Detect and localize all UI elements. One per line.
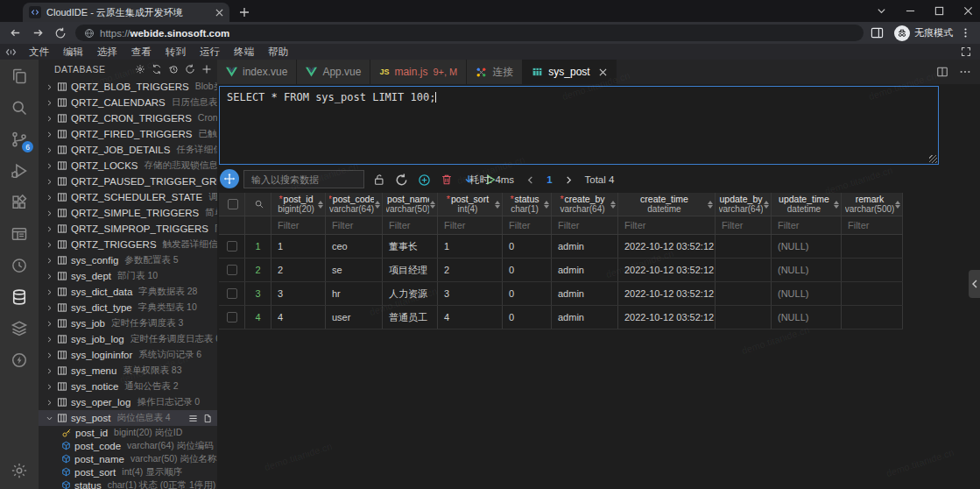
right-panel-expander[interactable] [969,270,980,298]
row-checkbox[interactable] [219,306,245,329]
column-header-post_code[interactable]: *post_codevarchar(64) [326,193,383,216]
cell-remark[interactable] [842,259,903,281]
drag-move-button[interactable] [220,169,239,188]
refresh-data-icon[interactable] [395,174,408,187]
fullscreen-icon[interactable] [961,46,971,57]
split-editor-icon[interactable] [936,66,948,78]
tree-table-sys_dict_data[interactable]: sys_dict_data字典数据表 28 [39,284,217,300]
browser-menu-kebab-icon[interactable] [960,27,971,39]
settings-gear-icon[interactable] [0,455,39,485]
cell-post_id[interactable]: 3 [271,282,326,305]
cell-post_id[interactable]: 1 [271,235,326,258]
tree-table-sys_job[interactable]: sys_job定时任务调度表 3 [39,315,217,331]
source-control-icon[interactable]: 6 [0,124,39,154]
cell-remark[interactable] [842,306,903,329]
tree-table-QRTZ_SIMPLE_TRIGGERS[interactable]: QRTZ_SIMPLE_TRIGGERS简单触发... [39,205,217,221]
table-row[interactable]: 11ceo董事长10admin2022-10-12 03:52:12(NULL) [219,235,903,259]
task-clock-icon[interactable] [0,250,39,280]
tree-table-sys_oper_log[interactable]: sys_oper_log操作日志记录 0 [39,394,217,410]
forward-icon[interactable] [30,25,46,41]
browser-tab-close-icon[interactable] [215,9,223,17]
select-all-checkbox[interactable] [219,193,245,216]
editor-tab-sys_post[interactable]: sys_post [523,60,616,84]
sort-icon[interactable] [895,201,900,209]
cell-create_time[interactable]: 2022-10-12 03:52:12 [618,259,716,281]
cell-post_code[interactable]: hr [326,282,383,305]
cell-post_code[interactable]: se [326,259,383,281]
column-header-create_by[interactable]: *create_byvarchar(64) [552,193,618,216]
sort-icon[interactable] [318,201,323,209]
tree-table-sys_job_log[interactable]: sys_job_log定时任务调度日志表 0 [39,331,217,347]
extensions-icon[interactable] [0,187,39,217]
menu-item-1[interactable]: 编辑 [56,46,90,59]
db-add-icon[interactable] [201,64,212,74]
tree-table-QRTZ_CRON_TRIGGERS[interactable]: QRTZ_CRON_TRIGGERSCron类型... [39,110,217,126]
column-header-update_by[interactable]: update_byvarchar(64) [716,193,772,216]
editor-tab-main.js[interactable]: JSmain.js9+, M [370,60,467,84]
sort-icon[interactable] [834,201,839,209]
site-info-globe-icon[interactable] [84,28,95,39]
cell-create_time[interactable]: 2022-10-12 03:52:12 [618,306,716,329]
menu-item-7[interactable]: 帮助 [261,46,295,59]
filter-input-remark[interactable]: Filter [842,216,903,234]
tree-column-post_sort[interactable]: post_sortint(4) 显示顺序 [39,465,217,478]
filter-input-post_sort[interactable]: Filter [438,216,503,234]
sort-icon[interactable] [430,201,435,209]
cell-update_time[interactable]: (NULL) [772,259,842,281]
column-header-remark[interactable]: remarkvarchar(500) [842,193,903,216]
window-close-icon[interactable] [963,6,973,16]
cell-create_time[interactable]: 2022-10-12 03:52:12 [618,235,716,258]
cell-post_name[interactable]: 普通员工 [383,306,438,329]
cell-post_name[interactable]: 人力资源 [383,282,438,305]
checkbox-icon[interactable] [228,199,238,209]
sort-icon[interactable] [610,201,616,209]
filter-input-update_by[interactable]: Filter [716,216,772,234]
tree-table-QRTZ_TRIGGERS[interactable]: QRTZ_TRIGGERS触发器详细信息表 3 [39,237,217,252]
db-refresh-icon[interactable] [185,64,195,74]
tree-table-sys_logininfor[interactable]: sys_logininfor系统访问记录 6 [39,347,217,363]
cell-post_code[interactable]: ceo [326,235,383,258]
filter-input-create_time[interactable]: Filter [618,216,716,234]
cell-update_time[interactable]: (NULL) [772,282,842,305]
menu-item-5[interactable]: 运行 [193,46,227,59]
row-checkbox[interactable] [219,282,245,305]
sort-icon[interactable] [495,201,500,209]
tree-column-post_id[interactable]: post_idbigint(20) 岗位ID [39,426,217,439]
checkbox-icon[interactable] [227,241,237,252]
sql-editor[interactable]: SELECT * FROM sys_post LIMIT 100; [219,86,939,165]
page-number[interactable]: 1 [546,174,552,185]
cell-status[interactable]: 0 [503,306,552,329]
tree-table-QRTZ_FIRED_TRIGGERS[interactable]: QRTZ_FIRED_TRIGGERS已触发的触... [39,126,217,142]
cell-post_sort[interactable]: 2 [438,259,503,281]
cell-post_sort[interactable]: 3 [438,282,503,305]
menu-item-2[interactable]: 选择 [90,46,124,59]
cell-update_by[interactable] [716,235,772,258]
sort-icon[interactable] [544,201,549,209]
tree-table-QRTZ_PAUSED_TRIGGER_GRPS[interactable]: QRTZ_PAUSED_TRIGGER_GRPS暂... [39,174,217,189]
checkbox-icon[interactable] [227,312,237,322]
tree-table-sys_dict_type[interactable]: sys_dict_type字典类型表 10 [39,300,217,315]
cell-create_by[interactable]: admin [552,259,618,281]
layers-icon[interactable] [0,313,39,344]
address-bar[interactable]: https://webide.sinosoft.com [75,25,864,41]
tree-table-QRTZ_BLOB_TRIGGERS[interactable]: QRTZ_BLOB_TRIGGERSBlob类型的... [39,79,217,95]
cell-create_by[interactable]: admin [552,235,618,258]
tree-table-QRTZ_LOCKS[interactable]: QRTZ_LOCKS存储的悲观锁信息表 2 [39,158,217,174]
checkbox-icon[interactable] [227,265,237,275]
database-icon[interactable] [0,281,39,312]
cell-update_time[interactable]: (NULL) [772,306,842,329]
filter-input-status[interactable]: Filter [503,216,552,234]
next-page-icon[interactable] [565,176,573,184]
sort-icon[interactable] [764,201,769,209]
menu-item-4[interactable]: 转到 [159,46,193,59]
column-header-post_name[interactable]: *post_namevarchar(50) [383,193,438,216]
editor-tab-连接[interactable]: 连接 [467,60,523,84]
column-header-post_id[interactable]: *post_idbigint(20) [271,193,326,216]
new-tab-button[interactable] [235,3,254,22]
data-search-input[interactable] [243,170,364,188]
column-header-create_time[interactable]: create_timedatetime [618,193,716,216]
add-row-icon[interactable] [418,174,431,187]
resize-grip[interactable] [929,155,937,163]
editor-tab-index.vue[interactable]: index.vue [217,60,297,84]
tree-table-QRTZ_SIMPROP_TRIGGERS[interactable]: QRTZ_SIMPROP_TRIGGERS同步机... [39,221,217,237]
